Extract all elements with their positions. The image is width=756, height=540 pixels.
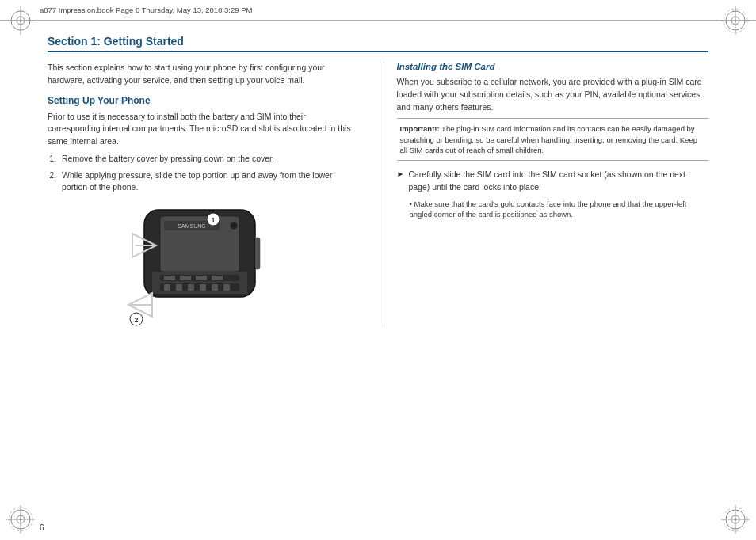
phone-illustration: SAMSUNG: [48, 202, 360, 329]
svg-rect-36: [164, 284, 170, 291]
svg-rect-39: [200, 284, 206, 291]
svg-rect-32: [180, 276, 191, 280]
svg-text:1: 1: [211, 216, 215, 224]
svg-rect-34: [212, 276, 223, 280]
svg-rect-37: [176, 284, 182, 291]
corner-decoration-bl: [6, 505, 35, 534]
svg-rect-38: [188, 284, 194, 291]
phone-svg: SAMSUNG: [116, 202, 291, 329]
main-content: Section 1: Getting Started This section …: [40, 21, 716, 519]
corner-decoration-br: [721, 505, 750, 534]
header-text: a877 Impression.book Page 6 Thursday, Ma…: [40, 6, 252, 14]
svg-rect-40: [212, 284, 218, 291]
steps-list: Remove the battery cover by pressing dow…: [59, 153, 360, 194]
svg-rect-31: [164, 276, 175, 280]
important-box: Important!: The plug-in SIM card informa…: [397, 118, 709, 161]
page-number: 6: [40, 523, 44, 532]
arrow-right-icon: ►: [397, 169, 405, 178]
important-label: Important!:: [400, 124, 440, 133]
svg-rect-33: [196, 276, 207, 280]
intro-text: This section explains how to start using…: [48, 62, 360, 87]
section-title: Section 1: Getting Started: [48, 35, 708, 52]
step-1: Remove the battery cover by pressing dow…: [59, 153, 360, 165]
svg-rect-41: [223, 284, 230, 291]
svg-text:2: 2: [134, 316, 138, 324]
subsection2-body: When you subscribe to a cellular network…: [397, 76, 709, 113]
step-2: While applying pressure, slide the top p…: [59, 169, 360, 195]
subsection1-heading: Setting Up Your Phone: [48, 95, 360, 106]
svg-text:SAMSUNG: SAMSUNG: [178, 223, 205, 229]
left-column: This section explains how to start using…: [48, 62, 368, 329]
sub-bullet-text: Make sure that the card's gold contacts …: [410, 200, 687, 219]
header-bar: a877 Impression.book Page 6 Thursday, Ma…: [0, 0, 756, 21]
arrow-bullet-item: ► Carefully slide the SIM card into the …: [397, 169, 709, 194]
subsection1-body: Prior to use it is necessary to install …: [48, 111, 360, 148]
subsection2-heading: Installing the SIM Card: [397, 62, 709, 71]
bullet-text: Carefully slide the SIM card into the SI…: [408, 169, 708, 194]
svg-rect-50: [255, 238, 260, 269]
two-column-layout: This section explains how to start using…: [48, 62, 708, 329]
sub-bullet-item: • Make sure that the card's gold contact…: [410, 199, 709, 220]
right-column: Installing the SIM Card When you subscri…: [384, 62, 709, 329]
important-text: The plug-in SIM card information and its…: [400, 124, 697, 154]
svg-point-28: [232, 224, 235, 227]
